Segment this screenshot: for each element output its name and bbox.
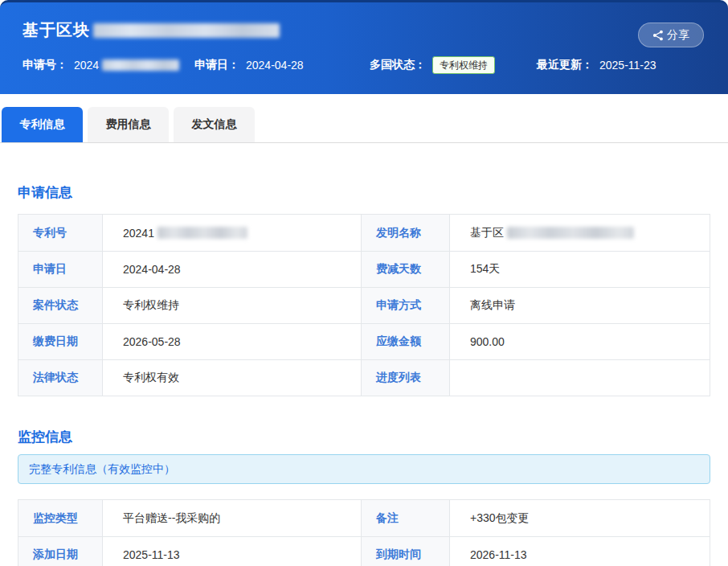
tab-发文信息[interactable]: 发文信息 [174,107,255,142]
table-row: 添加日期2025-11-13到期时间2026-11-13 [18,536,710,566]
field-value: 900.00 [450,324,710,359]
meta-label: 最近更新： [537,58,593,72]
share-button-label: 分享 [667,28,689,43]
header-meta-item: 申请日：2024-04-28 [194,58,370,72]
monitoring-info-table: 监控类型平台赠送--我采购的备注+330包变更添加日期2025-11-13到期时… [18,499,710,566]
redacted-text [157,227,247,239]
tab-专利信息[interactable]: 专利信息 [2,107,83,142]
patent-detail-content: 申请信息 专利号20241发明名称基于区申请日2024-04-28费减天数154… [0,183,728,566]
field-value: +330包变更 [450,500,710,536]
application-info-table: 专利号20241发明名称基于区申请日2024-04-28费减天数154天案件状态… [18,214,710,396]
section-heading-monitoring: 监控信息 [18,428,710,446]
meta-value: 2024-04-28 [246,59,304,72]
table-row: 法律状态专利权有效进度列表 [18,359,710,396]
field-value: 20241 [103,215,362,251]
table-row: 案件状态专利权维持申请方式离线申请 [18,287,710,323]
field-label: 发明名称 [362,215,450,251]
meta-label: 多国状态： [370,58,426,72]
field-value: 离线申请 [450,288,710,323]
meta-label: 申请号： [22,58,67,72]
field-value [450,360,710,396]
table-row: 专利号20241发明名称基于区 [18,215,710,251]
header-meta-item: 多国状态：专利权维持 [370,56,537,74]
share-icon [652,30,664,41]
meta-value: 2025-11-23 [599,59,656,72]
field-label: 到期时间 [362,537,450,566]
field-label: 监控类型 [18,500,103,536]
header-meta-row: 申请号：2024申请日：2024-04-28多国状态：专利权维持最近更新：202… [22,56,706,74]
field-value: 平台赠送--我采购的 [103,500,362,536]
field-value: 专利权维持 [103,288,362,323]
patent-status-badge: 专利权维持 [432,56,495,74]
field-value: 专利权有效 [103,360,362,396]
field-label: 专利号 [18,215,103,251]
field-label: 应缴金额 [362,324,450,359]
redacted-text [507,227,634,239]
table-row: 申请日2024-04-28费减天数154天 [18,251,710,287]
page-title: 基于区块 [22,19,280,41]
table-row: 缴费日期2026-05-28应缴金额900.00 [18,323,710,359]
page-title-text: 基于区块 [22,19,90,41]
header-meta-item: 申请号：2024 [22,58,194,72]
table-row: 监控类型平台赠送--我采购的备注+330包变更 [18,500,710,536]
field-label: 申请日 [18,252,103,287]
monitoring-status-notice: 完整专利信息（有效监控中） [18,454,710,484]
tab-费用信息[interactable]: 费用信息 [88,107,169,142]
redacted-text [102,59,179,71]
field-label: 费减天数 [362,252,450,287]
header-meta-item: 最近更新：2025-11-23 [537,58,656,72]
field-label: 法律状态 [18,360,103,396]
field-value: 2026-05-28 [103,324,362,359]
field-value: 2025-11-13 [103,537,362,566]
field-value: 基于区 [450,215,710,251]
section-heading-application: 申请信息 [18,183,710,202]
field-label: 缴费日期 [18,324,103,359]
field-label: 案件状态 [18,288,103,323]
field-label: 添加日期 [18,537,103,566]
patent-header: 基于区块 分享 申请号：2024申请日：2024-04-28多国状态：专利权维持… [0,0,728,94]
redacted-title-text [93,23,280,38]
tab-bar: 专利信息费用信息发文信息 [0,107,728,143]
field-label: 备注 [362,500,450,536]
meta-label: 申请日： [194,58,239,72]
field-value: 2024-04-28 [103,252,362,287]
field-value: 2026-11-13 [450,537,710,566]
field-label: 进度列表 [362,360,450,396]
field-label: 申请方式 [362,288,450,323]
share-button[interactable]: 分享 [638,23,704,47]
field-value: 154天 [450,252,710,287]
meta-value: 2024 [74,59,99,72]
